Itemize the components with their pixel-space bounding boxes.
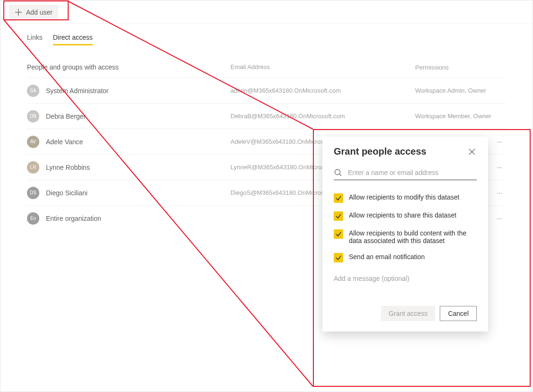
checkbox-icon[interactable] xyxy=(334,229,343,239)
checkbox-icon[interactable] xyxy=(334,193,343,203)
recipient-input[interactable] xyxy=(347,168,477,177)
more-options-button[interactable]: ··· xyxy=(493,186,506,200)
recipient-input-row xyxy=(334,168,477,180)
user-name: Lynne Robbins xyxy=(46,164,90,171)
option-share[interactable]: Allow recipients to share this dataset xyxy=(334,211,477,221)
svg-point-6 xyxy=(335,170,340,175)
avatar: DS xyxy=(27,187,39,199)
grant-access-button[interactable]: Grant access xyxy=(381,306,435,321)
table-header-permissions: Permissions xyxy=(415,63,506,71)
avatar: DB xyxy=(27,110,39,122)
option-send-email[interactable]: Send an email notification xyxy=(334,253,477,262)
option-label: Allow recipients to build content with t… xyxy=(349,229,477,244)
avatar: AV xyxy=(27,136,39,148)
search-icon xyxy=(334,168,342,177)
checkbox-icon[interactable] xyxy=(334,211,343,221)
avatar: LR xyxy=(27,161,39,174)
close-icon[interactable] xyxy=(467,147,477,157)
svg-line-7 xyxy=(339,174,341,176)
option-label: Send an email notification xyxy=(349,253,425,261)
dialog-title: Grant people access xyxy=(334,146,426,157)
table-header-people: People and groups with access xyxy=(27,63,231,71)
tabs: Links Direct access xyxy=(0,24,533,45)
add-user-label: Add user xyxy=(26,9,53,16)
plus-icon xyxy=(15,9,22,16)
more-options-button[interactable]: ··· xyxy=(493,212,506,225)
table-row: DB Debra Berger DebraB@M365x643180.OnMic… xyxy=(27,103,506,129)
option-build-content[interactable]: Allow recipients to build content with t… xyxy=(334,229,477,244)
more-options-button[interactable]: ··· xyxy=(493,135,506,148)
user-name: System Administrator xyxy=(46,87,108,95)
avatar: Eo xyxy=(27,212,39,225)
table-header-email: Email Address xyxy=(231,63,415,71)
toolbar: Add user xyxy=(0,0,533,24)
more-options-button[interactable]: ··· xyxy=(493,161,506,174)
user-name: Diego Siciliani xyxy=(46,189,88,197)
tab-links[interactable]: Links xyxy=(27,34,43,45)
option-label: Allow recipients to share this dataset xyxy=(349,211,456,219)
user-email: admin@M365x643180.OnMicrosoft.com xyxy=(231,87,415,94)
user-permission: Workspace Member, Owner xyxy=(415,113,491,120)
user-permission: Workspace Admin, Owner xyxy=(415,87,486,94)
cancel-button[interactable]: Cancel xyxy=(440,306,477,321)
grant-access-dialog: Grant people access Allow recipients to … xyxy=(322,137,488,331)
message-input[interactable]: Add a message (optional) xyxy=(334,275,477,282)
option-label: Allow recipients to modify this dataset xyxy=(349,193,459,201)
user-name: Adele Vance xyxy=(46,138,83,146)
add-user-button[interactable]: Add user xyxy=(9,5,58,20)
user-name: Entire organization xyxy=(46,215,101,222)
tab-direct-access[interactable]: Direct access xyxy=(53,34,93,45)
option-modify[interactable]: Allow recipients to modify this dataset xyxy=(334,193,477,203)
table-row: SA System Administrator admin@M365x64318… xyxy=(27,78,506,103)
avatar: SA xyxy=(27,85,39,97)
table-header-row: People and groups with access Email Addr… xyxy=(27,45,506,78)
user-name: Debra Berger xyxy=(46,113,86,120)
checkbox-icon[interactable] xyxy=(334,253,343,262)
user-email: DebraB@M365x643180.OnMicrosoft.com xyxy=(231,113,415,120)
